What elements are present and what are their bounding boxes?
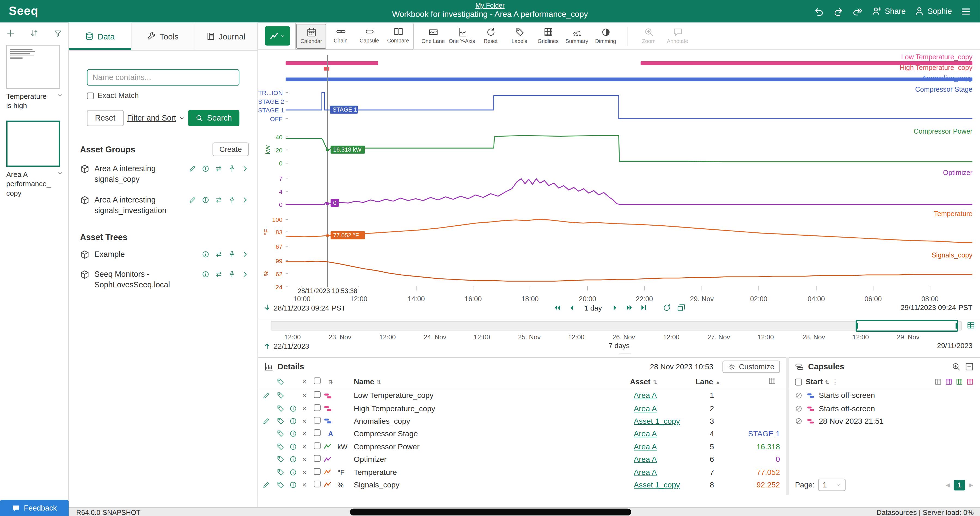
range-start-icon[interactable] xyxy=(263,304,271,312)
series-label[interactable]: Low Temperature_copy xyxy=(901,53,972,61)
remove-icon[interactable]: × xyxy=(299,442,310,451)
columns-icon[interactable] xyxy=(768,377,776,385)
chevron-right-icon[interactable] xyxy=(241,250,249,258)
asset-column-header[interactable]: Asset ⇅ xyxy=(630,378,690,386)
auto-update-icon[interactable] xyxy=(663,304,671,312)
feedback-button[interactable]: Feedback xyxy=(0,500,69,516)
remove-icon[interactable]: × xyxy=(299,468,310,476)
worksheet-label[interactable]: Area A performance_copy xyxy=(6,170,59,198)
range-duration[interactable]: 1 day xyxy=(584,304,602,311)
info-icon[interactable] xyxy=(287,481,299,489)
hamburger-menu-icon[interactable] xyxy=(961,6,971,17)
toolbar-reset-button[interactable]: Reset xyxy=(476,24,505,48)
row-checkbox[interactable] xyxy=(313,417,320,424)
chevron-right-icon[interactable] xyxy=(241,165,249,173)
asset-link[interactable]: Area A xyxy=(634,391,657,400)
user-menu[interactable]: Sophie xyxy=(915,6,952,16)
row-checkbox[interactable] xyxy=(313,404,320,411)
current-page[interactable]: 1 xyxy=(954,479,965,490)
customize-button[interactable]: Customize xyxy=(723,360,780,373)
fast-forward-icon[interactable] xyxy=(625,304,633,312)
duplicate-range-icon[interactable] xyxy=(677,304,685,312)
skip-to-start-icon[interactable] xyxy=(553,304,561,312)
edit-pencil-icon[interactable] xyxy=(258,481,274,489)
series-label[interactable]: Optimizer xyxy=(943,169,972,176)
edit-pencil-icon[interactable] xyxy=(189,196,196,203)
swap-asset-icon[interactable] xyxy=(215,165,223,173)
overview-start[interactable]: 22/11/2023 xyxy=(274,342,309,350)
info-icon[interactable] xyxy=(287,418,299,425)
toolbar-capsule-button[interactable]: Capsule xyxy=(355,24,384,47)
asset-link[interactable]: Area A xyxy=(634,404,657,413)
chevron-right-icon[interactable] xyxy=(241,271,249,278)
swap-asset-icon[interactable] xyxy=(215,271,223,278)
edit-pencil-icon[interactable] xyxy=(258,392,274,400)
asset-link[interactable]: Asset 1_copy xyxy=(634,417,680,426)
overview-end[interactable]: 29/11/2023 xyxy=(937,342,972,349)
toolbar-summary-button[interactable]: Summary xyxy=(562,24,591,48)
pin-icon[interactable] xyxy=(228,196,236,203)
sort-type-icon[interactable]: ⇅ xyxy=(324,379,337,385)
select-all-capsules-checkbox[interactable] xyxy=(795,378,802,385)
asset-link[interactable]: Asset 1_copy xyxy=(634,480,680,489)
info-icon[interactable] xyxy=(287,456,299,463)
series-label[interactable]: Temperature xyxy=(934,210,973,218)
info-icon[interactable] xyxy=(202,250,210,258)
capsule-column-preset-icon[interactable] xyxy=(945,378,953,386)
asset-item[interactable]: Area A interesting signals_copy xyxy=(80,159,249,190)
undo-icon[interactable] xyxy=(814,6,824,17)
edit-pencil-icon[interactable] xyxy=(189,165,196,173)
step-back-icon[interactable] xyxy=(568,304,576,312)
info-icon[interactable] xyxy=(202,165,210,173)
details-table-row[interactable]: × A Compressor Stage Area A 4 STAGE 1 xyxy=(258,427,786,440)
seeq-logo[interactable]: Seeq xyxy=(9,4,38,18)
capsule-row[interactable]: Starts off-screen xyxy=(789,402,980,415)
remove-icon[interactable]: × xyxy=(299,429,310,438)
asset-item[interactable]: Area A interesting signals_investigation xyxy=(80,190,249,221)
tag-icon[interactable] xyxy=(274,481,287,489)
create-asset-group-button[interactable]: Create xyxy=(213,142,249,156)
info-icon[interactable] xyxy=(287,430,299,438)
range-start[interactable]: 28/11/2023 09:24 xyxy=(274,304,329,311)
asset-link[interactable]: Area A xyxy=(634,468,657,476)
info-icon[interactable] xyxy=(287,443,299,451)
toolbar-gridlines-button[interactable]: Gridlines xyxy=(534,24,563,48)
selection-handle-left[interactable] xyxy=(856,323,858,329)
asset-item[interactable]: Seeq Monitors - SophLovesSeeq.local xyxy=(80,265,249,295)
tag-icon[interactable] xyxy=(274,443,287,451)
row-checkbox[interactable] xyxy=(313,468,320,475)
worksheet-thumbnail-selected[interactable] xyxy=(6,121,60,167)
redo-icon[interactable] xyxy=(833,6,844,17)
capsule-row[interactable]: 28 Nov 2023 21:51 xyxy=(789,415,980,427)
page-size-select[interactable]: 1 xyxy=(818,479,846,491)
skip-to-end-icon[interactable] xyxy=(640,304,648,312)
reorder-worksheets-icon[interactable] xyxy=(30,29,39,38)
worksheet-label[interactable]: Temperature is high xyxy=(6,92,59,111)
search-input[interactable] xyxy=(87,70,239,86)
toolbar-dimming-button[interactable]: Dimming xyxy=(591,24,620,48)
filter-and-sort-link[interactable]: Filter and Sort xyxy=(127,114,185,122)
info-icon[interactable] xyxy=(202,196,210,203)
toolbar-calendar-button[interactable]: Calendar xyxy=(296,24,326,48)
panel-divider[interactable] xyxy=(786,357,789,495)
add-worksheet-icon[interactable] xyxy=(6,29,15,38)
zoom-to-capsule-icon[interactable] xyxy=(952,362,961,371)
asset-link[interactable]: Area A xyxy=(634,429,657,438)
start-column-header[interactable]: Start ⇅ ⋮ xyxy=(805,378,838,386)
tag-icon[interactable] xyxy=(274,392,287,400)
details-table-row[interactable]: × °F Temperature Area A 7 77.052 xyxy=(258,466,786,478)
details-table-row[interactable]: × kW Compressor Power Area A 5 16.318 xyxy=(258,440,786,453)
select-all-checkbox[interactable] xyxy=(313,378,320,384)
tag-icon[interactable] xyxy=(274,430,287,438)
details-table-row[interactable]: × High Temperature_copy Area A 2 xyxy=(258,402,786,415)
toolbar-one-lane-button[interactable]: One Lane xyxy=(419,24,447,48)
toolbar-compare-button[interactable]: Compare xyxy=(384,24,413,47)
series-label[interactable]: High Temperature_copy xyxy=(900,64,973,71)
tab-data[interactable]: Data xyxy=(69,22,132,50)
info-icon[interactable] xyxy=(287,468,299,476)
trend-plot[interactable]: STAGE 116.318 kW077.052 °F xyxy=(286,55,972,291)
swap-asset-icon[interactable] xyxy=(215,196,223,203)
lane-column-header[interactable]: Lane ▲ xyxy=(690,378,726,386)
worksheet-thumbnail[interactable] xyxy=(6,45,60,89)
minimize-panel-icon[interactable] xyxy=(965,362,974,371)
